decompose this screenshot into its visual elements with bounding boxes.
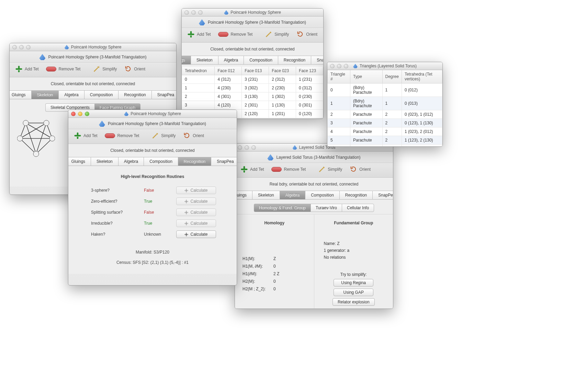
table-cell[interactable]: 0 (230) <box>296 92 323 101</box>
table-cell[interactable]: 0 (312) <box>296 84 323 92</box>
tab-gluings[interactable]: Gluings <box>181 56 191 65</box>
orient-button[interactable]: Orient <box>295 30 319 39</box>
tab-snappea[interactable]: SnapPea <box>372 191 393 200</box>
table-row[interactable]: 1(Bdry) Parachute10 (013) <box>328 97 442 110</box>
table-cell[interactable]: 3 (302) <box>242 84 269 92</box>
close-icon[interactable] <box>330 64 335 68</box>
tab-gluings[interactable]: Gluings <box>68 157 91 166</box>
table-cell[interactable]: 4 (120) <box>215 101 242 110</box>
table-cell[interactable]: 4 (301) <box>215 92 242 101</box>
subtab-turaev-viro[interactable]: Turaev-Viro <box>311 204 342 212</box>
close-icon[interactable] <box>184 10 189 15</box>
table-cell[interactable]: 4 (230) <box>215 84 242 92</box>
titlebar[interactable]: Poincaré Homology Sphere <box>182 9 323 16</box>
remove-tet-button[interactable]: Remove Tet <box>217 31 254 37</box>
table-row[interactable]: 2Parachute20 (023), 1 (012) <box>328 110 442 119</box>
tab-skeleton[interactable]: Skeleton <box>252 191 280 200</box>
table-cell[interactable]: 2 (301) <box>242 101 269 110</box>
zoom-icon[interactable] <box>85 112 89 116</box>
tab-composition[interactable]: Composition <box>84 90 119 99</box>
minimize-icon[interactable] <box>337 64 341 68</box>
zoom-icon[interactable] <box>198 10 203 15</box>
remove-tet-button[interactable]: Remove Tet <box>45 66 82 72</box>
simplify-using-regina-button[interactable]: Using Regina <box>334 279 373 287</box>
table-cell[interactable]: 0 (120) <box>296 110 323 118</box>
tab-skeleton[interactable]: Skeleton <box>91 157 118 166</box>
minimize-icon[interactable] <box>191 10 196 15</box>
minimize-icon[interactable] <box>78 112 82 116</box>
tab-composition[interactable]: Composition <box>244 56 278 65</box>
table-cell[interactable]: 3 (231) <box>242 75 269 84</box>
close-icon[interactable] <box>12 45 17 49</box>
window-poincare-gluings[interactable]: Poincaré Homology Sphere Poincaré Homolo… <box>181 8 324 119</box>
relator-explosion-button[interactable]: Relator explosion <box>332 298 375 306</box>
table-cell[interactable]: 1 (130) <box>269 101 296 110</box>
zoom-icon[interactable] <box>251 145 256 150</box>
tab-snappea[interactable]: SnapPea <box>311 56 324 65</box>
tab-algebra[interactable]: Algebra <box>218 56 244 65</box>
table-row[interactable]: 6Parachute22 (023), 3 (013) <box>328 145 442 147</box>
tab-skeleton[interactable]: Skeleton <box>31 90 59 99</box>
tab-recognition[interactable]: Recognition <box>278 56 311 65</box>
tab-gluings[interactable]: Gluings <box>235 191 252 200</box>
table-cell[interactable]: 2 (312) <box>269 75 296 84</box>
table-row[interactable]: 04 (312)3 (231)2 (312)1 (231) <box>182 75 323 84</box>
table-cell[interactable]: 1 (201) <box>269 110 296 118</box>
tab-gluings[interactable]: Gluings <box>9 90 31 99</box>
table-row[interactable]: 0(Bdry) Parachute10 (012) <box>328 83 442 97</box>
remove-tet-button[interactable]: Remove Tet <box>270 166 307 172</box>
orient-button[interactable]: Orient <box>182 131 205 140</box>
add-tet-button[interactable]: Add Tet <box>239 165 265 174</box>
table-row[interactable]: 34 (120)2 (301)1 (130)0 (301) <box>182 101 323 110</box>
simplify-using-gap-button[interactable]: Using GAP <box>334 289 373 296</box>
tab-composition[interactable]: Composition <box>305 191 339 200</box>
tab-recognition[interactable]: Recognition <box>118 90 151 99</box>
minimize-icon[interactable] <box>245 145 249 150</box>
tab-algebra[interactable]: Algebra <box>58 90 84 99</box>
table-row[interactable]: 3Parachute20 (123), 1 (130) <box>328 119 442 127</box>
subtab-cellular-info[interactable]: Cellular Info <box>342 204 374 212</box>
orient-button[interactable]: Orient <box>348 165 372 174</box>
remove-tet-button[interactable]: Remove Tet <box>103 133 140 139</box>
tab-recognition[interactable]: Recognition <box>339 191 372 200</box>
tab-skeleton[interactable]: Skeleton <box>191 56 218 65</box>
table-cell[interactable]: 0 <box>182 75 215 84</box>
tab-algebra[interactable]: Algebra <box>118 157 144 166</box>
add-tet-button[interactable]: Add Tet <box>186 30 212 39</box>
simplify-button[interactable]: Simplify <box>263 30 290 39</box>
table-cell[interactable]: 1 (302) <box>269 92 296 101</box>
add-tet-button[interactable]: Add Tet <box>14 65 40 74</box>
table-cell[interactable]: 2 <box>182 92 215 101</box>
table-cell[interactable]: 0 (301) <box>296 101 323 110</box>
titlebar[interactable]: Poincaré Homology Sphere <box>10 43 176 51</box>
table-cell[interactable]: 1 (231) <box>296 75 323 84</box>
minimize-icon[interactable] <box>19 45 24 49</box>
tab-composition[interactable]: Composition <box>144 157 178 166</box>
table-cell[interactable]: 3 <box>182 101 215 110</box>
close-icon[interactable] <box>238 145 242 150</box>
window-poincare-recognition[interactable]: Poincaré Homology Sphere Poincaré Homolo… <box>68 110 237 285</box>
table-row[interactable]: 24 (301)3 (130)1 (302)0 (230) <box>182 92 323 101</box>
calculate-button[interactable]: Calculate <box>176 231 216 238</box>
window-triangles[interactable]: Triangles (Layered Solid Torus) Triangle… <box>327 62 443 147</box>
table-cell[interactable]: 3 (130) <box>242 92 269 101</box>
titlebar[interactable]: Poincaré Homology Sphere <box>68 110 237 118</box>
table-cell[interactable]: 2 (230) <box>269 84 296 92</box>
titlebar[interactable]: Triangles (Layered Solid Torus) <box>327 62 442 70</box>
subtab-homology-fund-group[interactable]: Homology & Fund. Group <box>254 204 311 212</box>
orient-button[interactable]: Orient <box>123 65 147 74</box>
tab-snappea[interactable]: SnapPea <box>151 90 177 99</box>
zoom-icon[interactable] <box>344 64 348 68</box>
table-row[interactable]: 4Parachute21 (023), 2 (012) <box>328 127 442 136</box>
zoom-icon[interactable] <box>26 45 31 49</box>
window-layered-solid-torus-algebra[interactable]: Layered Solid Torus Layered Solid Torus … <box>235 143 393 309</box>
table-cell[interactable]: 4 (312) <box>215 75 242 84</box>
tab-snappea[interactable]: SnapPea <box>211 157 237 166</box>
triangles-table[interactable]: Triangle #TypeDegreeTetrahedra (Tet vert… <box>327 70 442 147</box>
simplify-button[interactable]: Simplify <box>150 131 177 140</box>
simplify-button[interactable]: Simplify <box>91 65 118 74</box>
table-cell[interactable]: 1 <box>182 84 215 92</box>
add-tet-button[interactable]: Add Tet <box>72 131 99 140</box>
tab-algebra[interactable]: Algebra <box>280 191 305 200</box>
table-cell[interactable]: 2 (120) <box>242 110 269 118</box>
